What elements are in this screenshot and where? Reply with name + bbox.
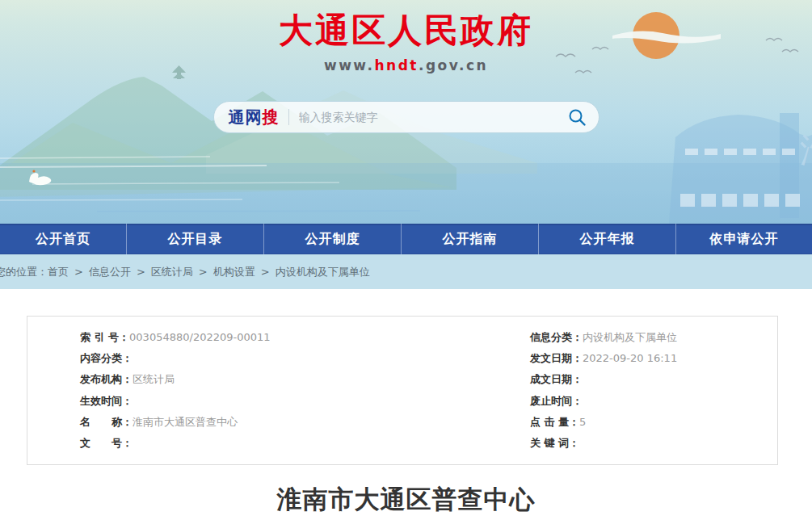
breadcrumb-link-org-setup[interactable]: 机构设置 bbox=[213, 266, 255, 278]
site-url-prefix: www. bbox=[324, 57, 375, 73]
meta-value: 内设机构及下属单位 bbox=[583, 331, 677, 343]
article-title: 淮南市大通区普查中心 bbox=[0, 483, 812, 517]
meta-row-info-category: 信息分类：内设机构及下属单位 bbox=[530, 327, 777, 348]
meta-row-keywords: 关 键 词： bbox=[530, 433, 777, 454]
nav-item-disclosure-upon-request[interactable]: 依申请公开 bbox=[676, 224, 812, 254]
site-title: 大通区人民政府 bbox=[0, 8, 812, 53]
search-divider bbox=[288, 109, 289, 125]
breadcrumb-band: 您的位置：首页>信息公开>区统计局>机构设置>内设机构及下属单位 bbox=[0, 254, 812, 289]
meta-value: 淮南市大通区普查中心 bbox=[133, 416, 238, 428]
meta-value: 003054880/202209-00011 bbox=[129, 331, 271, 343]
meta-row-repeal-date: 废止时间： bbox=[530, 391, 777, 412]
site-url-suffix: .gov.cn bbox=[419, 57, 488, 73]
meta-value: 区统计局 bbox=[133, 373, 175, 385]
meta-label: 发文日期： bbox=[530, 352, 583, 364]
meta-row-name: 名 称：淮南市大通区普查中心 bbox=[80, 412, 530, 433]
search-bar[interactable]: 通网搜 bbox=[213, 101, 600, 133]
content-area: 索 引 号：003054880/202209-00011 内容分类： 发布机构：… bbox=[0, 316, 812, 517]
site-url: www.hndt.gov.cn bbox=[0, 57, 812, 73]
nav-item-disclosure-home[interactable]: 公开首页 bbox=[0, 224, 127, 254]
nav-item-disclosure-system[interactable]: 公开制度 bbox=[264, 224, 402, 254]
building-icon bbox=[669, 113, 812, 224]
breadcrumb-link-internal-orgs[interactable]: 内设机构及下属单位 bbox=[276, 266, 370, 278]
breadcrumb-separator: > bbox=[261, 266, 270, 278]
meta-label: 发布机构： bbox=[80, 373, 133, 385]
meta-label: 索 引 号： bbox=[80, 331, 129, 343]
meta-row-document-number: 文 号： bbox=[80, 433, 530, 454]
breadcrumb-link-statistics-bureau[interactable]: 区统计局 bbox=[151, 266, 193, 278]
meta-row-index-number: 索 引 号：003054880/202209-00011 bbox=[80, 327, 530, 348]
meta-label: 内容分类： bbox=[80, 352, 133, 364]
breadcrumb: 您的位置：首页>信息公开>区统计局>机构设置>内设机构及下属单位 bbox=[0, 265, 370, 279]
breadcrumb-link-home[interactable]: 首页 bbox=[48, 266, 69, 278]
search-brand-red: 搜 bbox=[263, 107, 280, 127]
meta-row-click-count: 点 击 量：5 bbox=[530, 412, 777, 433]
breadcrumb-separator: > bbox=[74, 266, 83, 278]
nav-item-disclosure-catalog[interactable]: 公开目录 bbox=[127, 224, 264, 254]
meta-label: 名 称： bbox=[80, 416, 133, 428]
breadcrumb-link-info-disclosure[interactable]: 信息公开 bbox=[89, 266, 131, 278]
banner: 淮 大通区人民政府 www.hndt.gov.cn 通网搜 bbox=[0, 0, 812, 224]
meta-label: 成文日期： bbox=[530, 373, 583, 385]
meta-label: 信息分类： bbox=[530, 331, 583, 343]
meta-label: 点 击 量： bbox=[530, 416, 579, 428]
search-icon[interactable] bbox=[566, 107, 587, 128]
meta-value: 5 bbox=[579, 416, 586, 428]
breadcrumb-separator: > bbox=[137, 266, 145, 278]
site-url-highlight: hndt bbox=[374, 57, 419, 73]
watermark-character: 淮 bbox=[800, 130, 812, 170]
nav-item-annual-report[interactable]: 公开年报 bbox=[539, 224, 676, 254]
meta-right-column: 信息分类：内设机构及下属单位 发文日期：2022-09-20 16:11 成文日… bbox=[530, 327, 777, 454]
meta-label: 关 键 词： bbox=[530, 437, 579, 449]
nav-item-disclosure-guide[interactable]: 公开指南 bbox=[402, 224, 539, 254]
meta-row-effective-date: 生效时间： bbox=[80, 391, 530, 412]
document-meta-box: 索 引 号：003054880/202209-00011 内容分类： 发布机构：… bbox=[27, 316, 778, 465]
meta-left-column: 索 引 号：003054880/202209-00011 内容分类： 发布机构：… bbox=[80, 327, 530, 454]
page: 淮 大通区人民政府 www.hndt.gov.cn 通网搜 公开首页 公开目录 bbox=[0, 0, 812, 517]
breadcrumb-prefix: 您的位置： bbox=[0, 266, 48, 278]
meta-row-content-category: 内容分类： bbox=[80, 348, 530, 369]
meta-row-publisher: 发布机构：区统计局 bbox=[80, 369, 530, 390]
main-nav: 公开首页 公开目录 公开制度 公开指南 公开年报 依申请公开 bbox=[0, 224, 812, 254]
meta-label: 生效时间： bbox=[80, 395, 133, 407]
search-brand-blue: 通网 bbox=[229, 107, 263, 127]
search-brand: 通网搜 bbox=[229, 107, 280, 128]
meta-row-publish-date: 发文日期：2022-09-20 16:11 bbox=[530, 348, 777, 369]
meta-row-written-date: 成文日期： bbox=[530, 369, 777, 390]
breadcrumb-separator: > bbox=[199, 266, 208, 278]
meta-label: 废止时间： bbox=[530, 395, 583, 407]
meta-label: 文 号： bbox=[80, 437, 133, 449]
meta-value: 2022-09-20 16:11 bbox=[583, 352, 677, 364]
search-input[interactable] bbox=[299, 111, 566, 124]
